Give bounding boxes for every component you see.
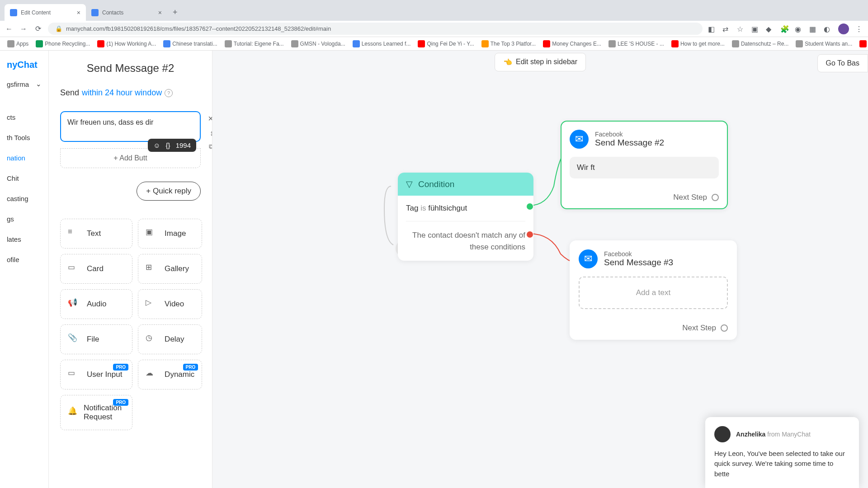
sidebar-item[interactable]: lates [0,229,48,249]
extension-icon[interactable]: ◧ [708,25,716,33]
extension-icon[interactable]: ◉ [795,25,803,33]
bookmark-item[interactable]: (2) How To ADD A... [857,38,868,49]
content-block-image[interactable]: ▣Image [138,219,202,249]
content-block-video[interactable]: ▷Video [138,289,202,319]
message-textarea[interactable] [60,111,201,142]
bookmark-item[interactable]: LEE 'S HOUSE - ... [606,38,667,49]
connector-port[interactable] [712,194,719,201]
goto-basic-button[interactable]: Go To Bas [817,54,868,72]
sidebar-item[interactable]: casting [0,188,48,209]
condition-node[interactable]: ▽ Condition Tag is fühltsichgut The cont… [398,173,533,261]
menu-icon[interactable]: ⋮ [855,25,863,33]
bookmark-item[interactable]: Phone Recycling... [33,38,93,49]
bookmark-item[interactable]: Student Wants an... [793,38,855,49]
message-node-3[interactable]: ✉ Facebook Send Message #3 Add a text Ne… [570,240,737,340]
extension-icon[interactable]: ◆ [766,25,774,33]
filter-icon: ▽ [406,179,413,189]
support-sender-from: from ManyChat [767,431,811,438]
bookmark-label: Lessons Learned f... [362,41,411,47]
sidebar-item[interactable]: ofile [0,249,48,270]
send-window-link[interactable]: within 24 hour window [82,88,162,98]
translate-icon[interactable]: ⇄ [722,25,731,33]
lock-icon: 🔒 [55,25,62,32]
bookmark-item[interactable]: Tutorial: Eigene Fa... [222,38,287,49]
extension-icon[interactable]: ◐ [824,25,832,33]
url-bar[interactable]: 🔒 manychat.com/fb198150208192618/cms/fil… [48,23,703,35]
add-text-placeholder[interactable]: Add a text [579,277,728,309]
copy-icon[interactable]: ⧉ [209,143,212,150]
sidebar-item[interactable]: th Tools [0,127,48,148]
char-count: 1994 [176,141,191,149]
bookmark-item[interactable]: Lessons Learned f... [350,38,414,49]
bookmark-label: Qing Fei De Yi - Y... [427,41,474,47]
bookmark-favicon [543,40,550,47]
back-button[interactable]: ← [5,24,14,33]
browser-toolbar: ← → ⟳ 🔒 manychat.com/fb198150208192618/c… [0,21,868,37]
content-block-text[interactable]: ≡Text [60,219,132,249]
new-tab-button[interactable]: + [167,4,183,21]
account-avatar[interactable] [838,23,849,34]
sidebar-item[interactable]: nation [0,148,48,168]
edit-sidebar-label: Edit step in sidebar [516,58,577,66]
bookmark-favicon [418,40,425,47]
forward-button[interactable]: → [19,24,28,33]
flow-canvas[interactable]: 👈 Edit step in sidebar Go To Bas ‹ ▽ Con… [212,51,868,488]
workspace-name: gsfirma [7,80,29,88]
send-label: Send [60,88,79,98]
connector-dot-match[interactable] [527,203,533,210]
bookmark-item[interactable]: Chinese translati... [160,38,220,49]
sidebar-item[interactable]: gs [0,209,48,229]
tab-contacts[interactable]: Contacts × [86,4,167,21]
connector-port[interactable] [721,324,728,332]
bookmark-item[interactable]: (1) How Working A... [94,38,159,49]
extension-icon[interactable]: ▣ [751,25,760,33]
bookmark-item[interactable]: How to get more... [669,38,727,49]
help-icon[interactable]: ? [165,89,173,97]
logo: nyChat [0,55,48,75]
sidebar-item[interactable]: cts [0,107,48,127]
content-block-card[interactable]: ▭Card [60,254,132,284]
close-icon[interactable]: × [158,9,162,16]
bookmark-item[interactable]: Datenschutz – Re... [729,38,791,49]
reload-button[interactable]: ⟳ [33,24,42,33]
bookmark-favicon [732,40,739,47]
tab-edit-content[interactable]: Edit Content × [5,4,86,21]
variable-icon[interactable]: {} [166,141,170,149]
bookmark-label: The Top 3 Platfor... [491,41,536,47]
bookmark-favicon [481,40,489,47]
bookmark-favicon [7,40,14,47]
bookmark-item[interactable]: Money Changes E... [540,38,604,49]
content-block-input[interactable]: ▭User InputPRO [60,360,132,389]
connector-dot-nomatch[interactable] [527,231,533,238]
sidebar-item[interactable]: Chit [0,168,48,188]
condition-rule[interactable]: Tag is fühltsichgut [406,204,525,221]
close-icon[interactable]: × [77,9,80,16]
content-block-delay[interactable]: ◷Delay [138,324,202,354]
content-block-dynamic[interactable]: ☁DynamicPRO [138,360,202,389]
block-label: Image [165,229,186,238]
dynamic-icon: ☁ [146,368,158,381]
delete-block-icon[interactable]: × [208,113,212,124]
delay-icon: ◷ [146,333,158,346]
node-title: Send Message #3 [604,258,673,267]
condition-else: The contact doesn't match any of these c… [406,221,525,253]
content-block-file[interactable]: 📎File [60,324,132,354]
support-chat-widget[interactable]: Anzhelika from ManyChat Hey Leon, You've… [705,417,859,488]
emoji-icon[interactable]: ☺ [153,141,160,149]
star-icon[interactable]: ☆ [737,25,745,33]
bookmark-item[interactable]: Apps [5,38,31,49]
content-block-gallery[interactable]: ⊞Gallery [138,254,202,284]
bookmark-item[interactable]: The Top 3 Platfor... [479,38,539,49]
bookmark-label: Student Wants an... [805,41,852,47]
bookmark-favicon [609,40,616,47]
edit-sidebar-button[interactable]: 👈 Edit step in sidebar [495,53,586,71]
content-block-notification[interactable]: 🔔Notification RequestPRO [60,395,132,430]
bookmark-item[interactable]: GMSN - Vologda... [288,38,348,49]
extensions-icon[interactable]: 🧩 [780,25,788,33]
content-block-audio[interactable]: 📢Audio [60,289,132,319]
message-node-2[interactable]: ✉ Facebook Send Message #2 Wir ft Next S… [561,121,728,209]
quick-reply-button[interactable]: + Quick reply [137,182,201,201]
workspace-dropdown[interactable]: gsfirma ⌄ [0,75,48,94]
bookmark-item[interactable]: Qing Fei De Yi - Y... [415,38,476,49]
extension-icon[interactable]: ▦ [809,25,817,33]
